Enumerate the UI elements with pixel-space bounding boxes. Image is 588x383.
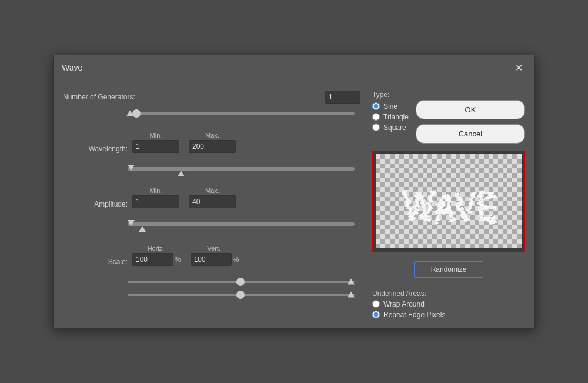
num-gen-triangle-icon [126,110,133,116]
num-generators-slider-container [128,108,355,119]
cancel-button[interactable]: Cancel [416,124,525,144]
wavelength-label: Wavelength: [63,142,128,153]
wavelength-max-header: Max. [189,132,236,139]
top-right: Type: Sine Triangle Square [372,91,525,319]
dialog-body: Number of Generators: Wavelength: Min. [54,81,534,328]
num-generators-row: Number of Generators: [63,91,360,104]
repeat-edge-radio[interactable] [372,311,380,318]
dialog-title: Wave [62,63,82,72]
close-button[interactable]: ✕ [512,61,526,75]
type-sine-row: Sine [372,102,409,111]
scale-vert-triangle-icon [348,291,355,297]
num-generators-input[interactable] [325,91,360,104]
left-panel: Number of Generators: Wavelength: Min. [63,91,360,319]
scale-vert-header: Vert. [191,245,238,252]
type-and-actions: Type: Sine Triangle Square [372,91,525,144]
wavelength-row: Wavelength: Min. Max. [63,132,360,153]
scale-horiz-col: Horiz. % [132,245,181,266]
preview-container: WAVE [372,151,525,252]
amplitude-thumb-up[interactable] [139,226,146,232]
wavelength-min-header: Min. [132,132,179,139]
num-generators-slider[interactable] [132,112,355,115]
amplitude-min-col: Min. [132,187,179,208]
wrap-around-label: Wrap Around [383,300,425,308]
amplitude-inputs: Min. Max. [132,187,236,208]
scale-horiz-pct: % [175,255,181,264]
amplitude-row: Amplitude: Min. Max. [63,187,360,208]
wrap-around-radio[interactable] [372,300,380,308]
triangle-label: Triangle [383,113,409,121]
wavelength-min-col: Min. [132,132,179,153]
scale-vert-group: % [191,253,239,266]
type-label: Type: [372,91,409,99]
scale-label: Scale: [63,255,128,266]
undefined-areas-section: Undefined Areas: Wrap Around Repeat Edge… [372,289,525,319]
scale-inputs: Horiz. % Vert. % [132,245,239,266]
wavelength-max-col: Max. [189,132,236,153]
scale-vert-input[interactable] [191,253,232,266]
repeat-edge-label: Repeat Edge Pixels [383,311,445,319]
square-radio[interactable] [372,124,380,131]
amplitude-sliders [128,218,355,226]
wavelength-inputs: Min. Max. [132,132,236,153]
right-panel: Type: Sine Triangle Square [372,91,525,319]
wavelength-thumb-up[interactable] [178,171,185,176]
wavelength-track [128,167,355,171]
type-section: Type: Sine Triangle Square [372,91,409,132]
scale-vert-col: Vert. % [191,245,239,266]
randomize-button[interactable]: Randomize [414,261,484,278]
wavelength-thumb-down[interactable] [128,165,135,171]
type-square-row: Square [372,124,409,132]
sine-radio[interactable] [372,102,380,110]
amplitude-max-header: Max. [189,187,236,194]
amplitude-thumb-down[interactable] [128,220,135,226]
action-buttons: OK Cancel [416,100,525,144]
scale-slider-container [128,277,355,300]
amplitude-track [128,222,355,226]
num-generators-label: Number of Generators: [63,93,192,101]
scale-horiz-header: Horiz. [132,245,179,252]
randomize-container: Randomize [372,259,525,280]
scale-row: Scale: Horiz. % Vert. % [63,245,360,266]
amplitude-min-input[interactable] [132,195,179,208]
scale-vert-slider[interactable] [128,294,355,296]
repeat-edge-row: Repeat Edge Pixels [372,311,525,319]
preview-canvas: WAVE [376,154,522,248]
scale-vert-pct: % [233,255,239,264]
wavelength-max-input[interactable] [189,140,236,153]
amplitude-max-col: Max. [189,187,236,208]
wavelength-sliders [128,162,355,171]
wavelength-min-input[interactable] [132,140,179,153]
scale-horiz-slider[interactable] [128,281,355,283]
wave-svg: WAVE [376,154,522,248]
wrap-around-row: Wrap Around [372,300,525,308]
wave-preview-text: WAVE [402,181,496,228]
scale-horiz-triangle-icon [348,278,355,284]
amplitude-min-header: Min. [132,187,179,194]
scale-horiz-input[interactable] [132,253,173,266]
type-triangle-row: Triangle [372,113,409,121]
amplitude-label: Amplitude: [63,198,128,208]
undefined-areas-label: Undefined Areas: [372,289,525,298]
amplitude-max-input[interactable] [189,195,236,208]
square-label: Square [383,124,406,132]
sine-label: Sine [383,102,397,111]
ok-button[interactable]: OK [416,100,525,119]
title-bar: Wave ✕ [54,55,534,81]
scale-horiz-group: % [132,253,181,266]
wave-dialog: Wave ✕ Number of Generators: [53,55,535,329]
triangle-radio[interactable] [372,113,380,121]
